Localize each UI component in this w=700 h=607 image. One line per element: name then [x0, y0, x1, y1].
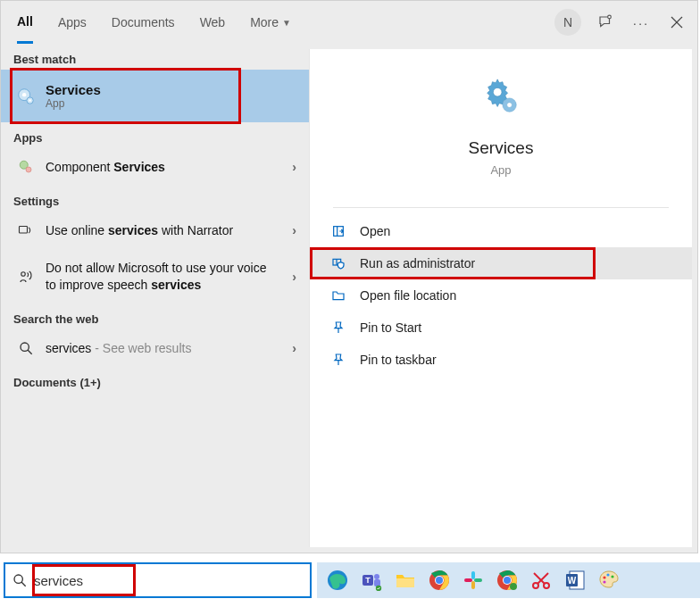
- section-apps: Apps: [1, 122, 309, 148]
- search-icon: [13, 341, 38, 355]
- web-result-item[interactable]: services - See web results ›: [1, 329, 309, 367]
- start-search-panel: All Apps Documents Web More ▼ N ··· Best…: [0, 0, 698, 553]
- taskbar: T W: [317, 562, 700, 598]
- chevron-down-icon: ▼: [282, 18, 291, 28]
- svg-point-6: [29, 99, 31, 102]
- svg-point-47: [603, 576, 605, 578]
- taskbar-paint-icon[interactable]: [596, 567, 622, 594]
- gear-icon: [480, 76, 521, 117]
- svg-rect-28: [396, 578, 414, 587]
- pin-icon: [328, 320, 349, 335]
- action-label: Open: [360, 224, 390, 238]
- svg-point-50: [603, 580, 605, 583]
- svg-point-11: [21, 343, 29, 351]
- settings-result-item[interactable]: Use online services with Narrator ›: [1, 212, 309, 249]
- preview-actions: Open Run as administrator Open file loca…: [310, 215, 692, 376]
- taskbar-teams-icon[interactable]: T: [358, 567, 385, 594]
- action-run-as-admin[interactable]: Run as administrator: [310, 247, 692, 279]
- search-icon: [5, 573, 34, 587]
- action-open-file-location[interactable]: Open file location: [310, 279, 692, 312]
- best-match-title: Services: [46, 82, 101, 97]
- speech-icon: [13, 269, 38, 285]
- apps-result-item[interactable]: Component Services ›: [1, 148, 309, 186]
- avatar[interactable]: N: [554, 9, 581, 36]
- svg-line-21: [21, 582, 26, 586]
- gear-icon: [13, 87, 38, 106]
- results-column: Best match Services App Apps Component S…: [1, 44, 309, 553]
- section-settings: Settings: [1, 186, 309, 212]
- action-label: Pin to taskbar: [360, 353, 437, 367]
- svg-point-31: [436, 577, 443, 584]
- svg-point-38: [504, 577, 511, 584]
- search-filter-tabs: All Apps Documents Web More ▼ N ···: [1, 1, 697, 44]
- feedback-icon[interactable]: [590, 7, 621, 37]
- section-documents: Documents (1+): [1, 367, 309, 393]
- annotation-highlight: [10, 68, 241, 124]
- action-pin-start[interactable]: Pin to Start: [310, 312, 692, 344]
- search-box[interactable]: [4, 562, 312, 598]
- action-label: Run as administrator: [360, 256, 475, 270]
- action-open[interactable]: Open: [310, 215, 692, 247]
- section-best-match: Best match: [1, 44, 309, 70]
- close-icon[interactable]: [662, 7, 692, 37]
- chevron-right-icon: ›: [292, 223, 296, 237]
- search-input[interactable]: [34, 573, 310, 588]
- action-label: Open file location: [360, 288, 456, 303]
- svg-rect-35: [464, 578, 472, 582]
- preview-panel: Services App Open Run as administrator: [309, 49, 692, 547]
- taskbar-snip-icon[interactable]: [528, 567, 554, 594]
- action-pin-taskbar[interactable]: Pin to taskbar: [310, 344, 692, 376]
- preview-title: Services: [469, 138, 534, 158]
- svg-point-0: [608, 15, 612, 19]
- chevron-right-icon: ›: [292, 341, 296, 355]
- bottom-strip: T W: [0, 557, 700, 607]
- svg-point-15: [507, 103, 512, 108]
- pin-icon: [328, 353, 349, 367]
- open-icon: [328, 224, 349, 238]
- svg-rect-34: [471, 581, 475, 589]
- preview-subtitle: App: [490, 163, 511, 177]
- svg-point-25: [374, 574, 379, 579]
- narrator-icon: [13, 222, 38, 238]
- svg-rect-33: [474, 578, 482, 582]
- taskbar-explorer-icon[interactable]: [392, 567, 419, 594]
- best-match-item[interactable]: Services App: [1, 70, 309, 122]
- gear-icon: [13, 159, 38, 175]
- chevron-right-icon: ›: [292, 270, 296, 284]
- section-search-web: Search the web: [1, 304, 309, 329]
- tab-documents[interactable]: Documents: [112, 1, 175, 44]
- taskbar-chrome2-icon[interactable]: [494, 567, 521, 594]
- folder-icon: [328, 288, 349, 303]
- more-options-icon[interactable]: ···: [626, 7, 656, 37]
- divider: [333, 207, 670, 208]
- tab-apps[interactable]: Apps: [58, 1, 87, 44]
- chevron-right-icon: ›: [292, 160, 296, 174]
- svg-point-10: [21, 271, 26, 276]
- svg-line-12: [28, 350, 32, 354]
- settings-result-item[interactable]: Do not allow Microsoft to use your voice…: [1, 249, 309, 303]
- admin-shield-icon: [328, 256, 349, 270]
- svg-point-48: [606, 573, 609, 576]
- web-result-label: services - See web results: [46, 340, 191, 356]
- taskbar-slack-icon[interactable]: [460, 567, 487, 594]
- svg-point-13: [493, 87, 502, 96]
- svg-point-39: [510, 583, 517, 590]
- svg-point-8: [26, 167, 31, 172]
- best-match-subtitle: App: [46, 97, 101, 110]
- apps-result-label: Component Services: [46, 159, 165, 175]
- svg-text:T: T: [365, 576, 371, 585]
- tab-all[interactable]: All: [17, 1, 33, 44]
- svg-text:W: W: [568, 576, 577, 586]
- settings-result-label: Do not allow Microsoft to use your voice…: [46, 260, 278, 292]
- taskbar-chrome-icon[interactable]: [426, 567, 453, 594]
- svg-rect-9: [20, 227, 28, 234]
- taskbar-edge-icon[interactable]: [324, 567, 351, 594]
- svg-point-20: [14, 575, 22, 583]
- svg-rect-32: [471, 571, 475, 579]
- tab-web[interactable]: Web: [200, 1, 226, 44]
- svg-rect-26: [374, 579, 380, 586]
- svg-point-49: [611, 575, 613, 578]
- tab-more[interactable]: More ▼: [250, 1, 291, 44]
- taskbar-word-icon[interactable]: W: [562, 567, 588, 594]
- action-label: Pin to Start: [360, 320, 421, 335]
